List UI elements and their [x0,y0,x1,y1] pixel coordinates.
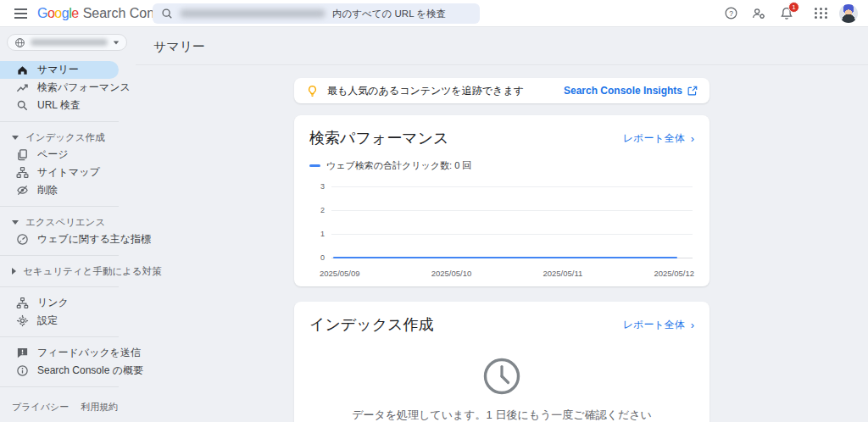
notification-count-badge: 1 [788,2,799,13]
removals-icon [15,184,29,197]
search-placeholder-suffix: 内のすべての URL を検査 [332,8,446,20]
sidebar-item-label: ウェブに関する主な指標 [37,232,151,247]
y-axis-tick: 0 [309,253,325,262]
sidebar-item-label: Search Console の概要 [37,364,143,378]
sidebar-item-label: 設定 [37,314,58,328]
sidebar-item-sitemaps[interactable]: サイトマップ [0,164,119,181]
help-icon[interactable]: ? [721,3,741,24]
sidebar-item-label: サイトマップ [37,165,100,180]
sidebar-item-label: 検索パフォーマンス [37,81,131,95]
redacted-property-name [31,39,108,46]
feedback-icon [15,347,29,359]
sidebar-item-search-performance[interactable]: 検索パフォーマンス [0,79,119,97]
sidebar-item-settings[interactable]: 設定 [0,312,119,330]
report-link-label: レポート全体 [623,318,685,332]
sidebar-item-pages[interactable]: ページ [0,146,119,164]
gridline [331,234,693,235]
chevron-down-icon [12,220,19,225]
google-logo: Google [37,6,79,21]
sidebar-item-label: サマリー [37,63,79,77]
search-icon [161,8,173,19]
page-title: サマリー [136,27,868,64]
privacy-link[interactable]: プライバシー [12,401,69,414]
open-performance-report-link[interactable]: レポート全体 › [623,131,694,146]
home-icon [15,64,29,76]
y-axis-tick: 1 [309,230,325,238]
insights-banner-text: 最も人気のあるコンテンツを追跡できます [327,84,524,98]
performance-icon [15,81,29,94]
search-console-insights-link[interactable]: Search Console Insights [564,85,698,97]
sidebar-item-removals[interactable]: 削除 [0,181,119,199]
x-axis-tick: 2025/05/09 [320,269,360,278]
sidebar-item-label: ページ [37,147,69,162]
clock-icon [482,357,521,396]
x-axis-tick: 2025/05/12 [654,269,694,278]
divider [0,386,119,387]
svg-text:?: ? [729,9,733,18]
divider [0,121,119,122]
chevron-right-icon [12,268,16,275]
menu-icon[interactable] [3,0,37,27]
property-selector[interactable] [7,34,127,51]
card-title: 検索パフォーマンス [309,128,449,148]
sidebar-item-send-feedback[interactable]: フィードバックを送信 [0,344,119,362]
chevron-down-icon [114,41,119,44]
clicks-line-chart[interactable]: 3 2 1 0 [309,182,694,264]
gridline [331,210,693,211]
indexing-card: インデックス作成 レポート全体 › データを処理しています。1 日後にもう一度ご… [294,302,709,422]
sidebar-section-indexing[interactable]: インデックス作成 [0,129,136,146]
url-inspect-search-input[interactable]: 内のすべての URL を検査 [153,3,480,24]
lightbulb-icon [306,85,319,97]
app-shell: サマリー 検索パフォーマンス URL 検査 インデックス作成 ページ [0,27,868,422]
y-axis-tick: 2 [309,206,325,214]
search-performance-card: 検索パフォーマンス レポート全体 › ウェブ検索の合計クリック数: 0 回 3 … [294,115,709,286]
content-column: 最も人気のあるコンテンツを追跡できます Search Console Insig… [136,65,868,422]
sidebar-item-label: リンク [37,296,69,310]
terms-link[interactable]: 利用規約 [81,401,118,414]
sitemap-icon [15,166,29,179]
account-settings-icon[interactable] [748,3,769,24]
insights-link-label: Search Console Insights [564,85,682,97]
sidebar-item-label: フィードバックを送信 [37,346,141,360]
open-indexing-report-link[interactable]: レポート全体 › [623,318,694,332]
url-inspect-icon [15,99,29,112]
x-axis-tick: 2025/05/11 [542,269,582,278]
sidebar-item-url-inspection[interactable]: URL 検査 [0,97,119,114]
sidebar-item-label: URL 検査 [37,98,81,113]
insights-banner: 最も人気のあるコンテンツを追跡できます Search Console Insig… [294,78,709,103]
x-axis-tick: 2025/05/10 [431,269,472,278]
divider [0,286,119,287]
legend-label: ウェブ検索の合計クリック数: 0 回 [326,159,471,172]
info-icon [15,364,29,377]
core-web-vitals-icon [15,233,29,246]
y-axis-tick: 3 [309,182,325,191]
processing-state: データを処理しています。1 日後にもう一度ご確認ください [309,357,694,422]
chart-legend: ウェブ検索の合計クリック数: 0 回 [309,159,694,172]
settings-icon [15,314,29,327]
sidebar-item-summary[interactable]: サマリー [0,61,119,79]
top-app-bar: Google Search Console 内のすべての URL を検査 ? 1 [0,0,868,27]
divider [0,255,119,256]
redacted-property-url [180,9,326,18]
legal-links: プライバシー 利用規約 [0,394,136,422]
sidebar-section-security[interactable]: セキュリティと手動による対策 [0,263,136,280]
card-header: インデックス作成 レポート全体 › [309,314,694,335]
sidebar-item-links[interactable]: リンク [0,294,119,312]
globe-icon [14,37,25,48]
divider [0,336,119,337]
card-header: 検索パフォーマンス レポート全体 › [309,128,694,148]
external-link-icon [687,86,698,96]
sidebar-item-about-search-console[interactable]: Search Console の概要 [0,362,119,380]
sidebar-section-label: インデックス作成 [25,131,105,144]
gridline [331,186,693,187]
avatar[interactable] [839,4,858,23]
sidebar-section-experience[interactable]: エクスペリエンス [0,214,136,230]
sidebar-section-label: エクスペリエンス [25,216,105,229]
links-icon [15,297,29,309]
sidebar-item-label: 削除 [37,183,58,197]
sidebar-item-core-web-vitals[interactable]: ウェブに関する主な指標 [0,230,119,248]
sidebar: サマリー 検索パフォーマンス URL 検査 インデックス作成 ページ [0,27,136,422]
notifications-bell-icon[interactable]: 1 [776,3,797,24]
divider [0,206,119,207]
google-apps-grid-icon[interactable] [811,3,832,24]
